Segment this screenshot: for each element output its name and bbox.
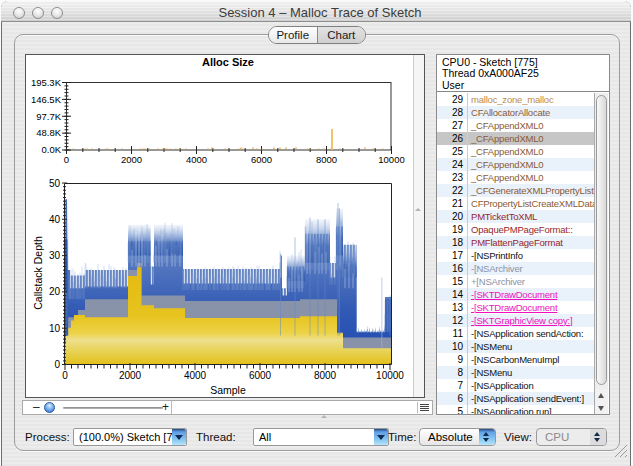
svg-text:0: 0 — [62, 370, 68, 381]
svg-text:2000: 2000 — [121, 154, 142, 165]
svg-text:97.7K: 97.7K — [36, 111, 61, 122]
svg-text:40: 40 — [49, 214, 61, 225]
svg-text:4000: 4000 — [186, 154, 207, 165]
svg-text:0: 0 — [54, 359, 60, 370]
svg-text:8000: 8000 — [314, 370, 337, 381]
svg-text:20: 20 — [49, 286, 61, 297]
svg-text:4000: 4000 — [184, 370, 207, 381]
svg-text:Alloc Size: Alloc Size — [202, 56, 254, 68]
svg-text:8000: 8000 — [316, 154, 337, 165]
svg-text:10000: 10000 — [376, 370, 404, 381]
svg-text:48.8K: 48.8K — [36, 127, 61, 138]
svg-text:0.0K: 0.0K — [41, 144, 61, 155]
svg-text:6000: 6000 — [251, 154, 272, 165]
svg-text:10000: 10000 — [378, 154, 404, 165]
svg-text:Sample: Sample — [210, 384, 246, 396]
svg-text:6000: 6000 — [249, 370, 272, 381]
svg-text:Callstack Depth: Callstack Depth — [32, 236, 44, 310]
svg-text:50: 50 — [49, 178, 61, 189]
svg-text:195.3K: 195.3K — [31, 77, 62, 88]
svg-text:0: 0 — [64, 154, 69, 165]
svg-text:30: 30 — [49, 250, 61, 261]
svg-text:146.5K: 146.5K — [31, 94, 62, 105]
svg-text:2000: 2000 — [119, 370, 142, 381]
svg-text:10: 10 — [49, 323, 61, 334]
